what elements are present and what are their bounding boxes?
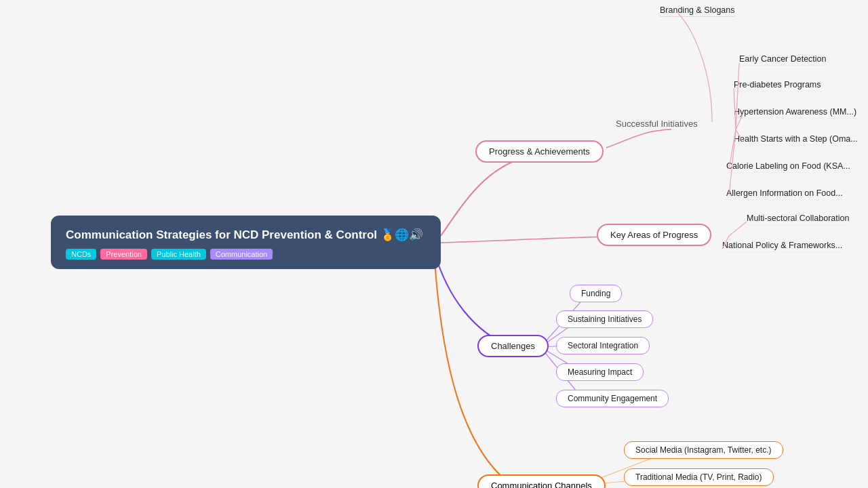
leaf-multisectoral: Multi-sectoral Collaboration (747, 214, 849, 225)
node-challenges[interactable]: Challenges (477, 335, 549, 357)
leaf-hypertension: Hypertension Awareness (MM...) (734, 107, 856, 119)
central-node: Communication Strategies for NCD Prevent… (51, 216, 441, 269)
leaf-prediabetes: Pre-diabetes Programs (734, 80, 821, 92)
tag-prevention[interactable]: Prevention (100, 249, 147, 260)
leaf-allergen: Allergen Information on Food... (726, 188, 843, 200)
leaf-national-policy: National Policy & Frameworks... (722, 241, 842, 252)
leaf-calorie-labeling: Calorie Labeling on Food (KSA... (726, 161, 850, 173)
node-progress-achievements[interactable]: Progress & Achievements (475, 140, 604, 163)
subnode-funding[interactable]: Funding (570, 285, 622, 302)
leaf-early-cancer: Early Cancer Detection (739, 54, 827, 66)
subnode-community[interactable]: Community Engagement (556, 390, 669, 407)
node-key-areas[interactable]: Key Areas of Progress (597, 224, 711, 246)
subnode-traditional-media[interactable]: Traditional Media (TV, Print, Radio) (624, 468, 774, 486)
svg-line-0 (736, 63, 739, 129)
leaf-health-starts: Health Starts with a Step (Oma... (734, 134, 858, 146)
node-communication-channels[interactable]: Communication Channels (477, 474, 606, 488)
svg-line-6 (729, 222, 747, 236)
subnode-measuring[interactable]: Measuring Impact (556, 363, 644, 381)
label-successful-initiatives: Successful Initiatives (616, 119, 698, 129)
central-tags: NCDs Prevention Public Health Communicat… (66, 249, 426, 260)
subnode-sectoral[interactable]: Sectoral Integration (556, 337, 650, 354)
tag-communication[interactable]: Communication (210, 249, 273, 260)
subnode-social-media[interactable]: Social Media (Instagram, Twitter, etc.) (624, 441, 783, 459)
subnode-sustaining[interactable]: Sustaining Initiatives (556, 310, 653, 328)
leaf-branding-slogans: Branding & Slogans (660, 5, 735, 17)
central-title: Communication Strategies for NCD Prevent… (66, 228, 426, 242)
tag-public-health[interactable]: Public Health (151, 249, 206, 260)
tag-ncds[interactable]: NCDs (66, 249, 96, 260)
